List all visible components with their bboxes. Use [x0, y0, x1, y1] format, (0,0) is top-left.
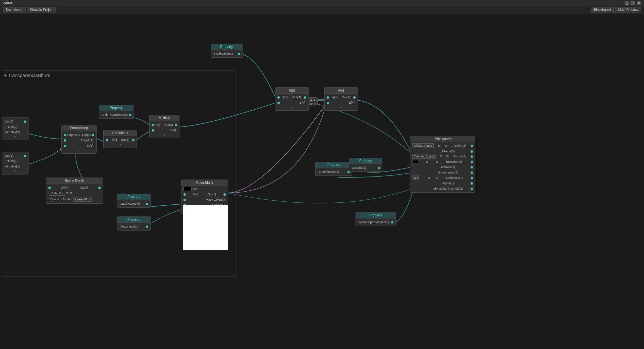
node-expand[interactable]: ▾ — [152, 133, 177, 137]
input-port-edge1[interactable] — [64, 134, 66, 136]
input-port-alphaclip[interactable] — [471, 188, 473, 190]
input-port-uv[interactable] — [48, 187, 51, 189]
port-label-in3: In(3) — [193, 193, 200, 196]
node-left1[interactable]: Out(1) In Max(2) Min Max(2) ▾ — [2, 117, 29, 140]
input-port-a[interactable] — [327, 96, 329, 99]
toolbar: Save Asset Show In Project Blackboard Ma… — [0, 6, 644, 14]
tangent-space-dropdown[interactable]: Tangent Space — [412, 154, 436, 159]
connector — [428, 177, 430, 179]
node-property-fuzziness[interactable]: Property Fuzziness(1) — [117, 216, 151, 231]
output-port[interactable] — [129, 114, 131, 116]
output-port[interactable] — [146, 226, 148, 228]
canvas[interactable]: + TransparenciaShore Property WaterColor… — [0, 14, 644, 349]
input-port-b[interactable] — [277, 102, 280, 104]
node-property-metallic[interactable]: Property Metallic(1) — [349, 158, 382, 172]
object-space-dropdown[interactable]: Object Space — [412, 143, 434, 148]
node-body: A(4) Out(4) B(4) ▾ — [275, 94, 308, 110]
input-port-normal[interactable] — [471, 155, 473, 158]
node-property-colornearshore[interactable]: Property ColorNearShore(4) — [99, 105, 133, 119]
output-port[interactable] — [24, 155, 26, 157]
blackboard-button[interactable]: Blackboard — [591, 7, 614, 13]
port-row-a: A(4) Out(4) — [327, 95, 356, 100]
node-property-smoothness[interactable]: Property Smoothness(1) — [315, 162, 352, 176]
node-expand[interactable]: ▾ — [277, 105, 306, 109]
output-port[interactable] — [378, 167, 380, 169]
node-pbr-master[interactable]: PBR Master Object Space Position(3) Albe… — [410, 136, 475, 193]
port-row: ColorNearShore(4) — [101, 112, 131, 117]
input-port-albedo[interactable] — [471, 150, 473, 153]
node-add2[interactable]: Add A(4) Out(4) B(4) ▾ — [324, 87, 358, 111]
input-port-occlusion[interactable] — [471, 177, 473, 179]
input-port-b[interactable] — [152, 129, 154, 132]
node-body: In(1) Out(1) ▾ — [104, 136, 137, 148]
node-property-alphaclip[interactable]: Property AlphaClipThreshold(1) — [356, 212, 396, 226]
node-smoothstep[interactable]: Smoothstep Edge1(1) Out(1) Edge2(1) In(1… — [61, 125, 97, 154]
input-port-in3[interactable] — [183, 193, 186, 196]
input-port-position[interactable] — [471, 145, 473, 147]
output-port[interactable] — [223, 193, 226, 196]
input-port-a[interactable] — [152, 124, 154, 126]
input-port-b[interactable] — [327, 102, 329, 104]
sampling-row: Default ↓ — [48, 190, 101, 196]
node-add1[interactable]: Add A(4) Out(4) B(4) ▾ — [275, 87, 309, 111]
show-in-project-button[interactable]: Show In Project — [27, 7, 56, 13]
input-port[interactable] — [106, 139, 108, 141]
input-port-in[interactable] — [64, 145, 66, 147]
close-button[interactable]: × — [637, 1, 641, 5]
node-header: One Minus — [104, 130, 137, 136]
node-left2[interactable]: Out(1) In Max(2) Min Max(2) ▾ — [2, 152, 29, 174]
title-bar: Water _ □ × — [0, 0, 644, 6]
input-port-metallic[interactable] — [471, 166, 473, 168]
input-port-emission[interactable] — [471, 161, 473, 163]
main-preview-button[interactable]: Main Preview — [615, 7, 641, 13]
output-port[interactable] — [353, 96, 356, 99]
output-port[interactable] — [304, 96, 306, 99]
node-expand[interactable]: ▾ — [64, 148, 94, 152]
group-label: + TransparenciaShore — [4, 73, 50, 78]
output-port[interactable] — [238, 53, 240, 55]
output-port[interactable] — [92, 134, 94, 136]
node-property-watercolor[interactable]: Property WaterColor(4) — [211, 44, 243, 58]
minimize-button[interactable]: _ — [625, 1, 629, 5]
input-port-alpha[interactable] — [471, 182, 473, 185]
color-swatch[interactable] — [183, 187, 192, 191]
port-row-out: Out(1) — [4, 153, 26, 158]
node-multiply[interactable]: Multiply A(4) Out(4) B(4) ▾ — [149, 115, 179, 138]
port-row-a: A(4) Out(4) — [152, 122, 177, 128]
node-scene-depth[interactable]: Scene Depth UV(4) Out(1) Default ↓ Sampl… — [46, 178, 103, 204]
save-asset-button[interactable]: Save Asset — [3, 7, 25, 13]
node-header: Property — [316, 162, 352, 168]
output-port[interactable] — [132, 139, 135, 141]
port-row-emission: Emission(3) — [412, 159, 473, 164]
port-row: Fuzziness(1) — [119, 224, 148, 229]
node-body: Smoothness(1) — [316, 168, 352, 176]
input-port-edge2[interactable] — [64, 139, 66, 142]
color-picker-popup[interactable] — [183, 205, 228, 250]
port-row: Metallic(1) — [351, 165, 380, 170]
node-w0[interactable]: W_0 — [308, 97, 318, 106]
window-controls[interactable]: _ □ × — [625, 1, 641, 5]
output-port[interactable] — [24, 120, 26, 123]
node-expand[interactable]: ▾ — [4, 169, 26, 173]
output-port[interactable] — [98, 187, 101, 189]
output-port[interactable] — [175, 124, 177, 126]
input-port-a[interactable] — [277, 96, 280, 99]
node-body: MaskRange(1) — [117, 200, 150, 207]
port-label-b: B(4) — [300, 101, 305, 104]
node-expand[interactable]: ▾ — [4, 135, 26, 139]
port-row-alpha: Alpha(1) — [412, 181, 473, 186]
node-property-maskrange[interactable]: Property MaskRange(1) — [117, 194, 151, 208]
maximize-button[interactable]: □ — [631, 1, 635, 5]
sampling-mode-value[interactable]: Linear 01 ↓ — [73, 197, 92, 202]
node-one-minus[interactable]: One Minus In(1) Out(1) ▾ — [103, 130, 137, 148]
output-port[interactable] — [146, 203, 148, 205]
input-port-maskcolor[interactable] — [183, 199, 186, 201]
input-port-smoothness[interactable] — [471, 171, 473, 174]
output-port[interactable] — [391, 221, 393, 223]
port-label-smoothness: Smoothness(1) — [438, 171, 458, 174]
port-label-edge2: Edge2(1) — [81, 139, 93, 142]
node-expand[interactable]: ▾ — [106, 143, 135, 147]
node-header: Add — [325, 88, 358, 94]
node-expand[interactable]: ▾ — [327, 105, 356, 109]
normal-label: Normal(3) — [453, 155, 466, 158]
